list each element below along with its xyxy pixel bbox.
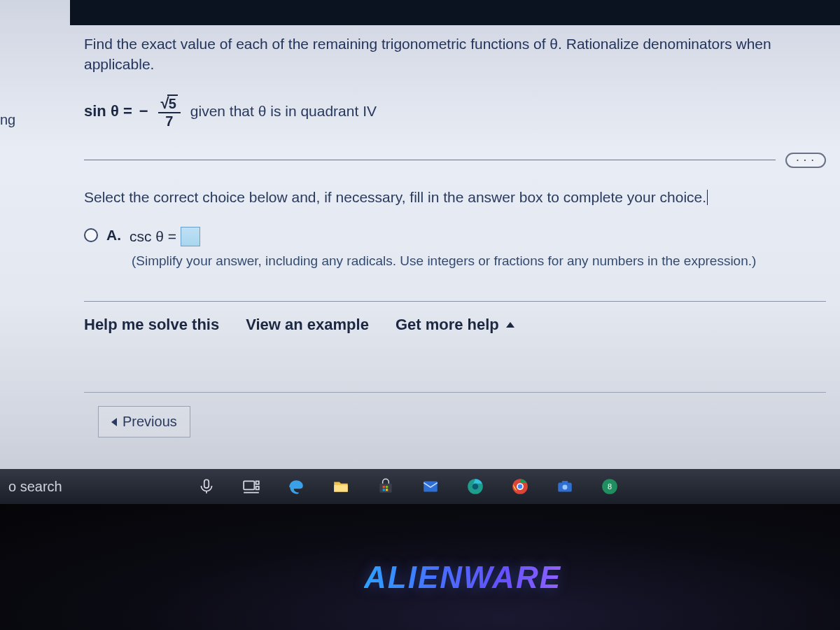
more-options-button[interactable]: ∙ ∙ ∙	[785, 153, 826, 168]
svg-rect-9	[386, 489, 388, 491]
svg-rect-10	[424, 481, 438, 491]
question-prompt: Find the exact value of each of the rema…	[84, 34, 826, 75]
edge-legacy-icon[interactable]	[286, 476, 307, 497]
windows-taskbar: o search	[0, 469, 840, 504]
svg-rect-4	[334, 485, 348, 492]
file-explorer-icon[interactable]	[330, 476, 351, 497]
nav-fragment-1: ng	[0, 112, 15, 128]
taskbar-icons: 8	[196, 476, 620, 497]
view-example-button[interactable]: View an example	[246, 316, 369, 334]
svg-point-15	[518, 484, 523, 489]
previous-button[interactable]: Previous	[98, 406, 190, 438]
question-panel: Find the exact value of each of the rema…	[84, 34, 826, 482]
separator-line	[84, 160, 776, 160]
text-caret-icon	[707, 190, 708, 205]
choice-lhs: csc θ =	[130, 228, 176, 245]
answer-input[interactable]	[181, 227, 200, 246]
instruction-text: Select the correct choice below and, if …	[84, 189, 826, 206]
svg-rect-7	[386, 486, 388, 488]
svg-point-17	[563, 485, 568, 490]
choice-hint: (Simplify your answer, including any rad…	[132, 253, 826, 269]
help-toolbar: Help me solve this View an example Get m…	[84, 301, 826, 334]
svg-text:8: 8	[608, 482, 612, 491]
fraction-numerator: √ 5	[158, 94, 181, 113]
left-nav: ng to search	[0, 0, 70, 504]
choice-letter-a: A.	[106, 227, 121, 244]
app-icon[interactable]: 8	[599, 476, 620, 497]
triangle-left-icon	[111, 418, 117, 426]
sqrt-icon: √ 5	[161, 94, 178, 111]
edge-chromium-icon[interactable]	[465, 476, 486, 497]
get-more-help-button[interactable]: Get more help	[396, 316, 514, 334]
app-screen: ng to search Find the exact value of eac…	[0, 0, 840, 504]
radio-choice-a[interactable]	[84, 228, 98, 242]
svg-rect-18	[562, 481, 568, 483]
given-equation: sin θ = − √ 5 7 given that θ is in quadr…	[84, 94, 826, 129]
svg-point-12	[472, 484, 479, 490]
help-me-solve-button[interactable]: Help me solve this	[84, 316, 219, 334]
equation-negative-sign: −	[139, 102, 148, 120]
svg-rect-3	[256, 486, 259, 489]
caret-up-icon	[506, 322, 514, 328]
svg-rect-6	[383, 486, 385, 488]
choice-equation: csc θ =	[130, 227, 200, 246]
svg-rect-8	[383, 489, 385, 491]
svg-rect-5	[379, 484, 391, 493]
svg-rect-2	[256, 481, 259, 484]
laptop-brand-logo: ALIENWARE	[364, 560, 561, 595]
microsoft-store-icon[interactable]	[375, 476, 396, 497]
svg-rect-1	[244, 481, 254, 489]
equation-condition: given that θ is in quadrant IV	[190, 103, 377, 120]
mail-icon[interactable]	[420, 476, 441, 497]
separator-row: ∙ ∙ ∙	[84, 153, 826, 168]
lower-separator	[84, 392, 826, 393]
equation-lhs: sin θ =	[84, 102, 132, 120]
previous-label: Previous	[122, 414, 177, 430]
taskbar-search-fragment[interactable]: o search	[0, 479, 175, 495]
fraction-denominator: 7	[165, 113, 173, 129]
mic-icon[interactable]	[196, 476, 217, 497]
window-titlebar	[70, 0, 840, 25]
svg-rect-0	[204, 479, 209, 488]
sqrt-radicand: 5	[167, 94, 178, 111]
camera-icon[interactable]	[554, 476, 575, 497]
choice-row-a: A. csc θ =	[84, 227, 826, 246]
chrome-icon[interactable]	[510, 476, 531, 497]
task-view-icon[interactable]	[241, 476, 262, 497]
equation-fraction: √ 5 7	[158, 94, 181, 129]
